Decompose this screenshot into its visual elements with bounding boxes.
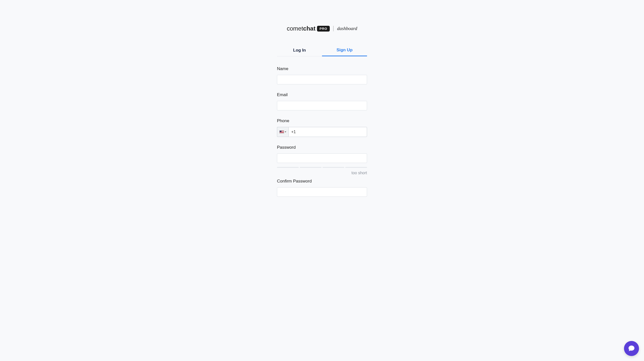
email-label: Email [277, 92, 367, 97]
form-group-email: Email [277, 92, 367, 110]
phone-input[interactable] [288, 127, 367, 137]
form-group-phone: Phone [277, 118, 367, 137]
auth-tabs: Log In Sign Up [277, 45, 367, 56]
form-group-password: Password too short [277, 145, 367, 175]
email-input[interactable] [277, 101, 367, 110]
chevron-down-icon [285, 131, 286, 132]
logo-pro-badge: PRO [317, 26, 330, 32]
phone-label: Phone [277, 118, 367, 123]
tab-login[interactable]: Log In [277, 45, 322, 56]
auth-form-container: Log In Sign Up Name Email Phone Password… [277, 45, 367, 205]
form-group-confirm-password: Confirm Password [277, 179, 367, 197]
strength-bar-2 [300, 167, 321, 168]
country-code-select[interactable] [277, 127, 288, 137]
strength-bar-3 [323, 167, 344, 168]
form-group-name: Name [277, 66, 367, 84]
logo-brand: cometchat [287, 25, 315, 32]
logo-brand-prefix: comet [287, 25, 303, 32]
password-strength-text: too short [277, 171, 367, 175]
logo-brand-suffix: chat [303, 25, 315, 32]
flag-us-icon [279, 130, 284, 133]
logo-divider [333, 26, 334, 31]
password-input[interactable] [277, 153, 367, 163]
name-input[interactable] [277, 75, 367, 84]
strength-bar-4 [345, 167, 367, 168]
password-label: Password [277, 145, 367, 150]
name-label: Name [277, 66, 367, 71]
phone-input-wrapper [277, 127, 367, 137]
logo-dashboard-text: dashboard [337, 26, 357, 31]
logo: cometchat PRO dashboard [287, 25, 357, 32]
password-strength-meter [277, 167, 367, 168]
tab-signup[interactable]: Sign Up [322, 45, 367, 56]
chat-launcher-button[interactable] [624, 341, 639, 356]
confirm-password-label: Confirm Password [277, 179, 367, 184]
confirm-password-input[interactable] [277, 187, 367, 197]
chat-bubble-icon [628, 345, 635, 352]
strength-bar-1 [277, 167, 299, 168]
